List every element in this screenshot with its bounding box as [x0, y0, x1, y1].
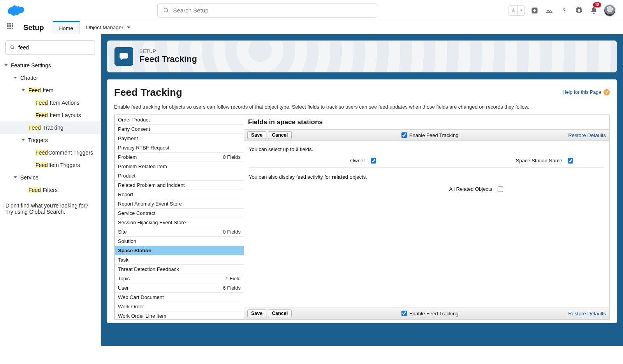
field-column: Fields in space stations Save Cancel Ena…	[244, 115, 609, 319]
object-row[interactable]: Web Cart Document	[115, 293, 244, 302]
feed-tracking-icon	[114, 47, 133, 66]
sidebar-item-feature-settings[interactable]: Feature Settings	[0, 59, 100, 72]
app-launcher-icon[interactable]	[7, 23, 16, 32]
sidebar-item-feed-tracking[interactable]: Feed Tracking	[0, 121, 100, 134]
object-row[interactable]: Related Problem and Incident	[115, 181, 244, 190]
object-row[interactable]: Product	[115, 171, 244, 181]
object-row[interactable]: Space Station	[115, 246, 244, 255]
chevron-down-icon	[517, 6, 524, 15]
cancel-button[interactable]: Cancel	[268, 131, 292, 139]
bell-icon	[590, 7, 598, 14]
sidebar-item-service[interactable]: Service	[0, 171, 100, 184]
svg-line-1	[167, 11, 168, 12]
restore-defaults-link[interactable]: Restore Defaults	[568, 311, 606, 317]
object-row[interactable]: Service Contract	[115, 209, 244, 218]
sidebar-item-triggers[interactable]: Triggers	[0, 134, 100, 146]
all-related-objects-checkbox[interactable]	[498, 186, 503, 192]
svg-point-0	[164, 8, 167, 12]
enable-feed-tracking-checkbox[interactable]	[401, 311, 407, 316]
notifications-button[interactable]: 18	[589, 5, 599, 16]
field-space-station-name-checkbox[interactable]	[568, 158, 573, 164]
object-list[interactable]: Order ProductParty ConsentPaymentPrivacy…	[115, 115, 244, 319]
select-limit-text: You can select up to 2 fields.	[249, 145, 604, 154]
object-row[interactable]: Work Order	[115, 302, 244, 311]
salesforce-logo	[7, 4, 26, 17]
main-content: SETUP Feed Tracking Feed Tracking Help f…	[101, 34, 623, 346]
star-icon	[509, 5, 517, 16]
global-search[interactable]	[157, 4, 377, 18]
object-row[interactable]: Privacy RTBF Request	[115, 143, 244, 153]
object-row[interactable]: Topic1 Field	[115, 274, 244, 283]
page-eyebrow: SETUP	[139, 49, 197, 54]
field-space-station-name-label: Space Station Name	[516, 158, 562, 164]
save-button[interactable]: Save	[247, 309, 266, 317]
object-row[interactable]: User6 Fields	[115, 283, 244, 293]
object-row[interactable]: Party Consent	[115, 125, 244, 134]
enable-feed-tracking-checkbox[interactable]	[401, 132, 407, 138]
svg-point-5	[11, 46, 14, 49]
avatar[interactable]	[604, 4, 616, 17]
notification-badge: 18	[593, 2, 601, 7]
help-link[interactable]: Help for this Page ?	[563, 89, 610, 95]
tab-object-manager[interactable]: Object Manager	[80, 21, 137, 34]
object-row[interactable]: Solution	[115, 237, 244, 246]
related-objects-text: You can also display feed activity for r…	[249, 168, 604, 182]
app-title: Setup	[23, 23, 44, 32]
page-title: Feed Tracking	[139, 54, 197, 64]
chevron-down-icon	[21, 138, 25, 142]
tracking-workspace: Order ProductParty ConsentPaymentPrivacy…	[114, 114, 610, 320]
restore-defaults-link[interactable]: Restore Defaults	[568, 132, 606, 138]
svg-line-6	[13, 48, 14, 49]
sidebar-item-feeditem-triggers[interactable]: FeedItem Triggers	[0, 159, 100, 171]
sidebar-item-feedcomment-triggers[interactable]: FeedComment Triggers	[0, 146, 100, 159]
sidebar-item-feed-filters[interactable]: Feed Filters	[0, 184, 100, 196]
global-search-input[interactable]	[173, 7, 371, 14]
object-row[interactable]: Payment	[115, 134, 244, 143]
chevron-down-icon	[4, 63, 8, 67]
gear-icon[interactable]	[574, 5, 584, 16]
sidebar-item-feed-item-actions[interactable]: Feed Item Actions	[0, 97, 100, 109]
svg-point-8	[123, 56, 125, 57]
object-row[interactable]: Problem0 Fields	[115, 153, 244, 162]
add-icon[interactable]	[530, 5, 540, 16]
object-row[interactable]: Threat Detection Feedback	[115, 265, 244, 274]
object-row[interactable]: Task	[115, 255, 244, 265]
cancel-button[interactable]: Cancel	[268, 309, 292, 317]
trailhead-icon[interactable]	[544, 5, 554, 16]
chevron-down-icon	[13, 175, 18, 179]
object-row[interactable]: Report Anomaly Event Store	[115, 199, 244, 209]
chevron-down-icon	[127, 25, 131, 30]
favorites-dropdown[interactable]	[509, 5, 525, 16]
svg-point-9	[125, 56, 126, 57]
enable-feed-tracking[interactable]: Enable Feed Tracking	[401, 132, 458, 138]
svg-point-4	[564, 12, 565, 12]
action-bar-top: Save Cancel Enable Feed Tracking Restore…	[244, 129, 609, 141]
sidebar-item-feed-item[interactable]: Feed Item	[0, 84, 100, 97]
object-row[interactable]: Problem Related Item	[115, 162, 244, 171]
action-bar-bottom: Save Cancel Enable Feed Tracking Restore…	[244, 308, 609, 319]
search-icon	[10, 45, 15, 50]
help-icon: ?	[604, 89, 610, 95]
feed-tracking-panel: Feed Tracking Help for this Page ? Enabl…	[107, 79, 617, 323]
tab-home[interactable]: Home	[53, 21, 80, 34]
object-row[interactable]: Session Hijacking Event Store	[115, 218, 244, 227]
enable-feed-tracking[interactable]: Enable Feed Tracking	[401, 311, 458, 317]
field-owner-label: Owner	[350, 158, 365, 164]
object-row[interactable]: Work Order Line Item	[115, 311, 244, 319]
object-row[interactable]: Report	[115, 190, 244, 199]
object-row[interactable]: Site0 Fields	[115, 227, 244, 237]
field-owner-checkbox[interactable]	[371, 158, 376, 164]
quick-find-input[interactable]	[18, 44, 91, 51]
panel-description: Enable feed tracking for objects so user…	[114, 104, 610, 110]
object-row[interactable]: Order Product	[115, 115, 244, 125]
help-icon[interactable]	[559, 5, 569, 16]
sidebar-not-found-text: Didn't find what you're looking for? Try…	[0, 196, 100, 221]
quick-find[interactable]	[5, 40, 95, 55]
search-icon	[163, 7, 169, 14]
global-header: 18	[0, 0, 623, 21]
tab-object-manager-label: Object Manager	[86, 25, 123, 30]
sidebar-item-chatter[interactable]: Chatter	[0, 72, 100, 84]
sidebar-item-feed-item-layouts[interactable]: Feed Item Layouts	[0, 109, 100, 121]
save-button[interactable]: Save	[247, 131, 266, 139]
chevron-down-icon	[13, 76, 18, 80]
